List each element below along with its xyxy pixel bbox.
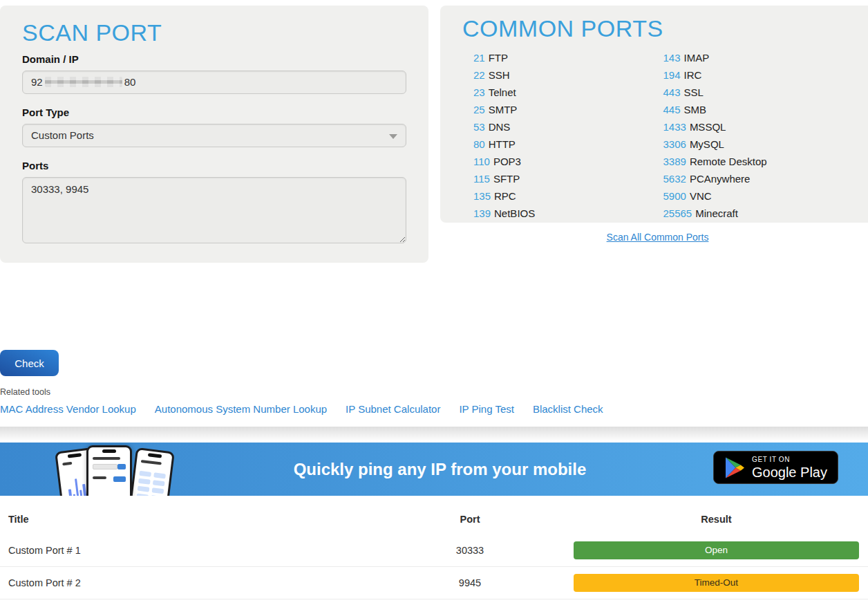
common-port-item[interactable]: 25SMTP (473, 104, 663, 121)
status-badge: Timed-Out (574, 574, 859, 592)
link-mac-address-vendor-lookup[interactable]: MAC Address Vendor Lookup (0, 403, 136, 415)
link-ip-ping-test[interactable]: IP Ping Test (459, 403, 514, 415)
scan-port-panel: SCAN PORT Domain / IP 9280 Port Type Cus… (0, 6, 428, 263)
table-header-row: Title Port Result (0, 505, 868, 534)
common-port-item[interactable]: 110POP3 (473, 156, 663, 173)
get-it-on-label: GET IT ON (752, 456, 827, 463)
top-section: SCAN PORT Domain / IP 9280 Port Type Cus… (0, 0, 868, 263)
domain-ip-input[interactable]: 9280 (22, 71, 406, 94)
common-ports-section: COMMON PORTS 21FTP 22SSH 23Telnet 25SMTP… (440, 6, 868, 263)
ports-textarea[interactable]: 30333, 9945 (22, 177, 406, 243)
common-port-item[interactable]: 194IRC (663, 69, 853, 86)
scan-results-table: Title Port Result Custom Port # 1 30333 … (0, 505, 868, 599)
common-port-item[interactable]: 25565Minecraft (663, 207, 853, 225)
domain-ip-value-prefix: 92 (31, 76, 43, 88)
common-port-item[interactable]: 3389Remote Desktop (663, 156, 853, 173)
common-port-item[interactable]: 135RPC (473, 190, 663, 207)
common-port-item[interactable]: 5900VNC (663, 190, 853, 207)
phone-mockups-image (59, 443, 171, 496)
common-port-item[interactable]: 443SSL (663, 86, 853, 104)
port-type-label: Port Type (22, 106, 406, 118)
domain-ip-value-suffix: 80 (124, 76, 136, 88)
google-play-badge[interactable]: GET IT ON Google Play (713, 451, 838, 484)
chevron-down-icon (389, 134, 397, 139)
row-title: Custom Port # 1 (0, 545, 384, 556)
common-port-item[interactable]: 1433MSSQL (663, 121, 853, 138)
link-ip-subnet-calculator[interactable]: IP Subnet Calculator (346, 403, 440, 415)
google-play-badge-text: GET IT ON Google Play (752, 456, 827, 479)
row-port: 9945 (384, 577, 556, 588)
common-ports-title: COMMON PORTS (462, 15, 853, 42)
related-tools-links: MAC Address Vendor Lookup Autonomous Sys… (0, 403, 868, 415)
link-autonomous-system-number-lookup[interactable]: Autonomous System Number Lookup (155, 403, 327, 415)
common-ports-column-left: 21FTP 22SSH 23Telnet 25SMTP 53DNS 80HTTP… (473, 52, 663, 225)
common-port-item[interactable]: 115SFTP (473, 173, 663, 190)
scan-port-title: SCAN PORT (22, 19, 406, 46)
header-result: Result (556, 514, 868, 525)
common-ports-column-right: 143IMAP 194IRC 443SSL 445SMB 1433MSSQL 3… (663, 52, 853, 225)
ports-label: Ports (22, 160, 406, 171)
mobile-app-banner: Quickly ping any IP from your mobile GET… (0, 443, 868, 496)
port-type-select[interactable]: Custom Ports (22, 124, 406, 147)
banner-title: Quickly ping any IP from your mobile (294, 460, 587, 479)
table-row: Custom Port # 2 9945 Timed-Out (0, 566, 868, 599)
common-port-item[interactable]: 23Telnet (473, 86, 663, 104)
common-port-item[interactable]: 143IMAP (663, 52, 853, 69)
row-title: Custom Port # 2 (0, 577, 384, 588)
masked-ip-segment (45, 77, 122, 87)
common-port-item[interactable]: 445SMB (663, 104, 853, 121)
link-blacklist-check[interactable]: Blacklist Check (533, 403, 603, 415)
check-button[interactable]: Check (0, 350, 59, 376)
header-port: Port (384, 514, 556, 525)
common-port-item[interactable]: 3306MySQL (663, 138, 853, 156)
common-port-item[interactable]: 5632PCAnywhere (663, 173, 853, 190)
common-ports-grid: 21FTP 22SSH 23Telnet 25SMTP 53DNS 80HTTP… (462, 52, 853, 225)
common-port-item[interactable]: 22SSH (473, 69, 663, 86)
header-title: Title (0, 514, 384, 525)
phone-mockup-center (86, 445, 132, 496)
google-play-icon (724, 456, 744, 479)
result-pills-graphic (136, 471, 166, 496)
related-tools-heading: Related tools (0, 387, 868, 397)
common-port-item[interactable]: 80HTTP (473, 138, 663, 156)
google-play-label: Google Play (752, 465, 827, 479)
common-ports-panel: COMMON PORTS 21FTP 22SSH 23Telnet 25SMTP… (440, 6, 868, 223)
status-badge: Open (574, 541, 859, 559)
common-port-item[interactable]: 139NetBIOS (473, 207, 663, 225)
domain-ip-label: Domain / IP (22, 53, 406, 65)
port-type-selected-value: Custom Ports (31, 129, 94, 141)
phone-notch (148, 453, 162, 458)
phone-notch (68, 453, 82, 458)
phone-notch (102, 449, 116, 453)
table-row: Custom Port # 1 30333 Open (0, 534, 868, 566)
common-port-item[interactable]: 53DNS (473, 121, 663, 138)
section-divider (0, 427, 868, 440)
common-port-item[interactable]: 21FTP (473, 52, 663, 69)
scan-all-common-ports-link[interactable]: Scan All Common Ports (440, 232, 868, 243)
phone-mockup-right (128, 447, 175, 496)
row-port: 30333 (384, 545, 556, 556)
